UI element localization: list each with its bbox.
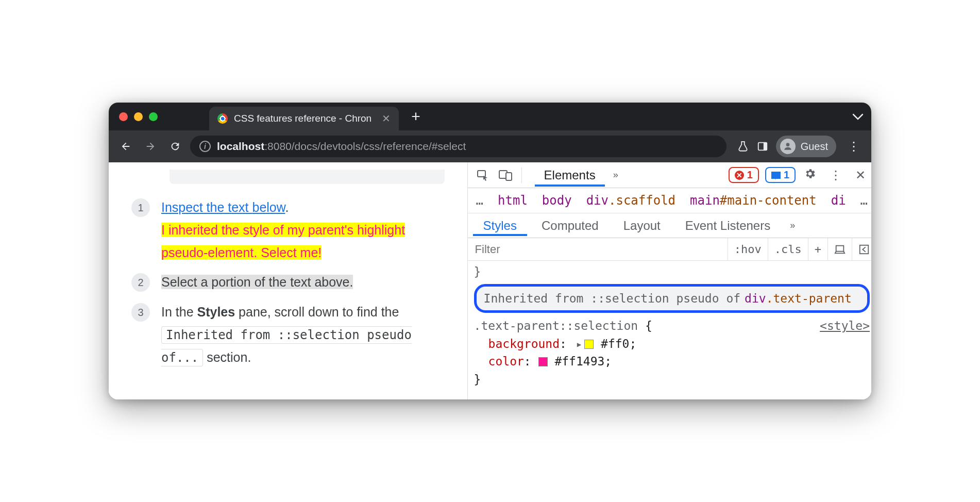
step3-text-c: section. xyxy=(203,350,251,364)
step3-bold: Styles xyxy=(197,305,235,319)
highlighted-sample-text[interactable]: I inherited the style of my parent's hig… xyxy=(161,223,405,260)
inspect-element-icon[interactable] xyxy=(473,165,493,185)
tab-search-icon[interactable] xyxy=(853,110,863,123)
inherited-prefix: Inherited from ::selection pseudo of xyxy=(484,290,741,308)
error-icon: ✕ xyxy=(735,171,744,180)
reload-button[interactable] xyxy=(165,137,185,156)
url-host: localhost xyxy=(217,140,264,152)
side-panel-icon[interactable] xyxy=(756,140,769,153)
tab-styles[interactable]: Styles xyxy=(473,215,527,236)
step-number: 2 xyxy=(131,273,150,292)
tab-strip: CSS features reference - Chron ✕ + xyxy=(109,103,871,130)
new-tab-button[interactable]: + xyxy=(411,108,420,125)
step-number: 3 xyxy=(131,303,150,322)
url-port: :8080 xyxy=(264,140,292,152)
expand-shorthand-icon[interactable]: ▶ xyxy=(577,339,581,350)
inherited-from-header[interactable]: Inherited from ::selection pseudo of div… xyxy=(474,284,870,313)
tab-event-listeners[interactable]: Event Listeners xyxy=(675,215,781,236)
more-styles-tabs-icon[interactable]: » xyxy=(785,220,800,231)
forward-button[interactable] xyxy=(141,137,160,156)
rendering-icon[interactable] xyxy=(827,238,852,261)
breadcrumb-main[interactable]: main#main-content xyxy=(690,193,817,208)
tab-elements[interactable]: Elements xyxy=(535,164,605,187)
prop-value: #ff0 xyxy=(601,337,629,350)
issue-icon xyxy=(771,172,781,179)
breadcrumb-body[interactable]: body xyxy=(542,193,572,208)
browser-tab[interactable]: CSS features reference - Chron ✕ xyxy=(209,107,399,130)
prop-name: background xyxy=(488,337,560,350)
close-window-button[interactable] xyxy=(119,112,128,121)
rule-source-link[interactable]: <style> xyxy=(820,317,870,335)
errors-count: 1 xyxy=(747,169,753,181)
prop-color[interactable]: color: #ff1493; xyxy=(474,353,870,371)
issues-badge[interactable]: 1 xyxy=(765,167,796,183)
breadcrumb-html[interactable]: html xyxy=(498,193,528,208)
step-number: 1 xyxy=(131,198,150,217)
breadcrumb-overflow-right[interactable]: … xyxy=(860,193,868,208)
color-swatch[interactable] xyxy=(584,340,594,349)
step3-text-a: In the xyxy=(161,305,197,319)
prev-rule-close: } xyxy=(474,263,870,281)
styles-filter-row: :hov .cls + xyxy=(468,238,871,261)
prop-value: #ff1493 xyxy=(554,355,604,368)
computed-toggle-icon[interactable] xyxy=(852,238,871,261)
new-rule-button[interactable]: + xyxy=(808,238,827,261)
rule-header: .text-parent::selection { <style> xyxy=(474,317,870,335)
breadcrumb-overflow-left[interactable]: … xyxy=(476,193,483,208)
color-swatch[interactable] xyxy=(538,357,548,366)
steps-list: 1 Inspect the text below. I inherited th… xyxy=(131,196,445,369)
labs-icon[interactable] xyxy=(737,140,749,153)
step1-period: . xyxy=(285,200,289,214)
close-tab-icon[interactable]: ✕ xyxy=(382,112,391,125)
errors-badge[interactable]: ✕ 1 xyxy=(729,167,759,183)
devtools-panel: Elements » ✕ 1 1 ⋮ ✕ … html xyxy=(467,162,871,399)
styles-filter-input[interactable] xyxy=(468,243,728,256)
step-3: 3 In the Styles pane, scroll down to fin… xyxy=(131,301,445,369)
step-1: 1 Inspect the text below. I inherited th… xyxy=(131,196,445,264)
page-banner-fragment xyxy=(170,170,445,184)
styles-rules: } Inherited from ::selection pseudo of d… xyxy=(468,261,871,390)
cls-toggle[interactable]: .cls xyxy=(768,238,808,261)
step3-text-b: pane, scroll down to find the xyxy=(235,305,399,319)
inherited-el: div xyxy=(745,292,766,305)
chrome-menu-icon[interactable]: ⋮ xyxy=(843,139,864,154)
svg-rect-7 xyxy=(860,245,869,254)
url-path: /docs/devtools/css/reference/#select xyxy=(292,140,466,152)
chrome-favicon-icon xyxy=(217,113,228,124)
svg-rect-1 xyxy=(763,143,766,150)
svg-rect-6 xyxy=(836,245,844,251)
hov-toggle[interactable]: :hov xyxy=(728,238,768,261)
rule-close-brace: } xyxy=(474,371,870,389)
inspect-text-link[interactable]: Inspect the text below xyxy=(161,200,285,214)
prop-background[interactable]: background: ▶ #ff0; xyxy=(474,335,870,353)
prop-name: color xyxy=(488,355,524,368)
step2-text: Select a portion of the text above. xyxy=(161,275,353,289)
avatar-icon xyxy=(780,139,796,154)
styles-sub-tabs: Styles Computed Layout Event Listeners » xyxy=(468,213,871,238)
breadcrumb-div[interactable]: div.scaffold xyxy=(586,193,675,208)
back-button[interactable] xyxy=(116,137,136,156)
tab-computed[interactable]: Computed xyxy=(531,215,609,236)
device-toolbar-icon[interactable] xyxy=(496,165,515,185)
rule-selector[interactable]: .text-parent::selection xyxy=(474,319,645,332)
dom-breadcrumb[interactable]: … html body div.scaffold main#main-conte… xyxy=(468,188,871,213)
profile-label: Guest xyxy=(801,141,828,153)
svg-rect-5 xyxy=(506,173,512,180)
profile-chip[interactable]: Guest xyxy=(776,136,836,157)
step3-code: Inherited from ::selection pseudo of... xyxy=(161,326,412,366)
tab-layout[interactable]: Layout xyxy=(613,215,671,236)
address-bar[interactable]: i localhost:8080/docs/devtools/css/refer… xyxy=(190,136,726,157)
settings-icon[interactable] xyxy=(799,168,821,183)
inherited-cls: .text-parent xyxy=(766,292,852,305)
fullscreen-window-button[interactable] xyxy=(149,112,158,121)
site-info-icon[interactable]: i xyxy=(199,141,211,152)
step-2: 2 Select a portion of the text above. xyxy=(131,271,445,294)
more-tabs-icon[interactable]: » xyxy=(608,170,623,180)
browser-window: CSS features reference - Chron ✕ + i xyxy=(109,103,871,399)
devtools-main-tabs: Elements » ✕ 1 1 ⋮ ✕ xyxy=(468,162,871,188)
devtools-menu-icon[interactable]: ⋮ xyxy=(824,168,847,182)
svg-rect-3 xyxy=(478,171,485,177)
breadcrumb-di[interactable]: di xyxy=(831,193,846,208)
minimize-window-button[interactable] xyxy=(134,112,143,121)
close-devtools-icon[interactable]: ✕ xyxy=(850,168,871,182)
